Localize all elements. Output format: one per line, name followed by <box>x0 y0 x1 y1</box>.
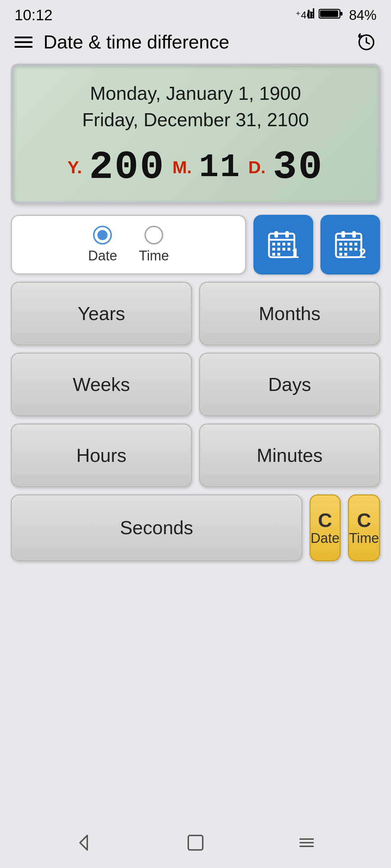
svg-rect-35 <box>339 253 342 256</box>
time-radio-circle[interactable] <box>144 226 163 244</box>
controls: Date Time 1 <box>0 215 391 561</box>
svg-rect-30 <box>354 243 357 246</box>
display-dates: Monday, January 1, 1900 Friday, December… <box>31 80 360 133</box>
svg-rect-1 <box>308 10 310 18</box>
svg-rect-12 <box>272 243 275 246</box>
date-radio-circle[interactable] <box>93 226 112 244</box>
battery-percent: 84% <box>349 8 377 23</box>
svg-rect-17 <box>277 248 280 251</box>
recents-button[interactable] <box>296 832 318 854</box>
svg-text:1: 1 <box>291 246 299 261</box>
svg-rect-3 <box>313 8 314 18</box>
date2-display: Friday, December 31, 2100 <box>31 107 360 133</box>
display-panel: Monday, January 1, 1900 Friday, December… <box>11 64 380 204</box>
svg-rect-26 <box>352 231 356 238</box>
svg-rect-18 <box>282 248 285 251</box>
months-button[interactable]: Months <box>199 282 380 345</box>
svg-rect-34 <box>354 248 357 251</box>
status-time: 10:12 <box>14 7 52 24</box>
back-button[interactable] <box>73 832 95 854</box>
days-value: 30 <box>273 148 324 187</box>
svg-rect-10 <box>274 231 278 238</box>
svg-rect-6 <box>320 10 338 17</box>
svg-rect-39 <box>188 835 203 850</box>
date-radio-label: Date <box>88 248 117 264</box>
signal-icon: ⁺4G <box>295 7 314 24</box>
status-icons: ⁺4G 84% <box>295 7 377 24</box>
svg-rect-5 <box>340 12 342 16</box>
header: Date & time difference <box>0 27 391 60</box>
clear-date-button[interactable]: C Date <box>310 494 341 561</box>
days-label: D. <box>248 157 266 177</box>
mode-row: Date Time 1 <box>11 215 380 275</box>
hours-button[interactable]: Hours <box>11 424 192 487</box>
minutes-button[interactable]: Minutes <box>199 424 380 487</box>
years-value: 200 <box>89 148 165 187</box>
years-label: Y. <box>67 157 82 177</box>
bottom-row: Seconds C Date C Time <box>11 494 380 561</box>
svg-marker-38 <box>80 835 87 850</box>
svg-rect-21 <box>277 253 280 256</box>
home-button[interactable] <box>185 832 206 854</box>
clear-time-label: Time <box>349 531 379 545</box>
calc-grid: Years Months Weeks Days Hours Minutes <box>11 282 380 487</box>
svg-rect-20 <box>272 253 275 256</box>
svg-rect-25 <box>341 231 345 238</box>
time-radio[interactable]: Time <box>139 226 169 264</box>
seconds-button[interactable]: Seconds <box>11 494 302 561</box>
svg-rect-14 <box>282 243 285 246</box>
page-title: Date & time difference <box>43 31 230 53</box>
battery-icon <box>319 7 345 24</box>
svg-rect-27 <box>339 243 342 246</box>
clear-time-button[interactable]: C Time <box>348 494 380 561</box>
calendar2-button[interactable]: 2 <box>320 215 380 275</box>
menu-button[interactable] <box>14 37 33 48</box>
calendar1-button[interactable]: 1 <box>253 215 313 275</box>
days-button[interactable]: Days <box>199 353 380 416</box>
clear-date-c: C <box>318 510 332 530</box>
weeks-button[interactable]: Weeks <box>11 353 192 416</box>
svg-rect-28 <box>344 243 347 246</box>
clear-date-label: Date <box>311 531 340 545</box>
months-value: 11 <box>199 151 241 184</box>
svg-rect-33 <box>349 248 352 251</box>
svg-rect-19 <box>287 248 290 251</box>
time-radio-label: Time <box>139 248 169 264</box>
years-button[interactable]: Years <box>11 282 192 345</box>
clear-buttons: C Date C Time <box>310 494 380 561</box>
header-left: Date & time difference <box>14 31 230 53</box>
nav-bar <box>0 817 391 868</box>
display-result: Y. 200 M. 11 D. 30 <box>31 148 360 187</box>
mode-selector[interactable]: Date Time <box>11 215 246 275</box>
svg-rect-15 <box>287 243 290 246</box>
date1-display: Monday, January 1, 1900 <box>31 80 360 107</box>
status-bar: 10:12 ⁺4G 84% <box>0 0 391 27</box>
svg-rect-11 <box>285 231 289 238</box>
svg-rect-13 <box>277 243 280 246</box>
svg-rect-31 <box>339 248 342 251</box>
svg-rect-16 <box>272 248 275 251</box>
svg-text:2: 2 <box>358 246 366 261</box>
date-radio[interactable]: Date <box>88 226 117 264</box>
svg-rect-2 <box>310 12 312 18</box>
svg-rect-29 <box>349 243 352 246</box>
clear-time-c: C <box>357 510 371 530</box>
svg-rect-36 <box>344 253 347 256</box>
months-label: M. <box>172 157 192 177</box>
history-button[interactable] <box>357 32 377 52</box>
svg-rect-32 <box>344 248 347 251</box>
